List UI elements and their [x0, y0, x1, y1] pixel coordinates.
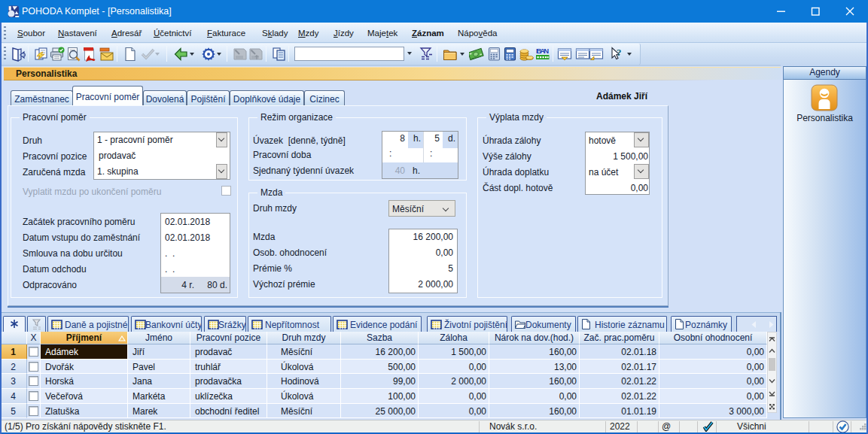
svg-text:IBAN: IBAN: [536, 47, 549, 55]
svg-text:?: ?: [617, 47, 622, 58]
